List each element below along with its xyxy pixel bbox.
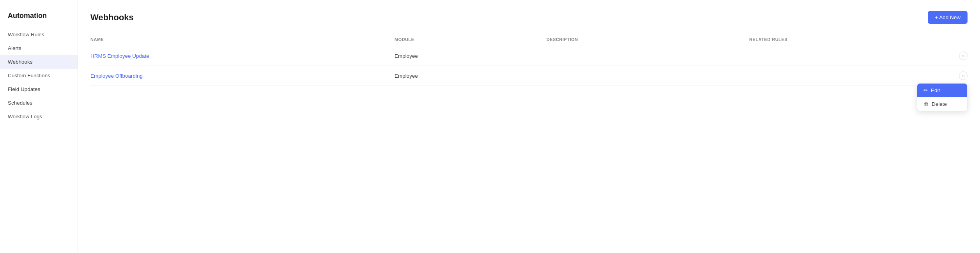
sidebar-item-field-updates[interactable]: Field Updates [0, 82, 78, 96]
sidebar-item-alerts[interactable]: Alerts [0, 41, 78, 55]
table-row: HRMS Employee Update Employee ○ [90, 46, 968, 66]
row-1-options: ○ [952, 52, 968, 60]
trash-icon: 🗑 [923, 101, 929, 107]
row-2-module: Employee [394, 73, 547, 79]
row-2-options: ○ [952, 71, 968, 80]
sidebar-item-workflow-logs[interactable]: Workflow Logs [0, 110, 78, 123]
webhooks-table: NAME MODULE DESCRIPTION RELATED RULES HR… [90, 33, 968, 86]
delete-label: Delete [932, 101, 947, 107]
sidebar: Automation Workflow Rules Alerts Webhook… [0, 0, 78, 253]
sidebar-item-webhooks[interactable]: Webhooks [0, 55, 78, 69]
row-2-name[interactable]: Employee Offboarding [90, 73, 394, 79]
context-menu-delete[interactable]: 🗑 Delete [917, 97, 967, 111]
sidebar-item-schedules[interactable]: Schedules [0, 96, 78, 110]
main-content: Webhooks + Add New NAME MODULE DESCRIPTI… [78, 0, 980, 253]
sidebar-item-workflow-rules[interactable]: Workflow Rules [0, 28, 78, 41]
add-new-button[interactable]: + Add New [928, 11, 968, 24]
row-2-options-button[interactable]: ○ [959, 71, 968, 80]
sidebar-item-custom-functions[interactable]: Custom Functions [0, 69, 78, 82]
table-row: Employee Offboarding Employee ○ ✏ Edit 🗑… [90, 66, 968, 86]
row-1-options-button[interactable]: ○ [959, 52, 968, 60]
row-1-name[interactable]: HRMS Employee Update [90, 53, 394, 59]
column-description: DESCRIPTION [547, 37, 749, 42]
context-menu-edit[interactable]: ✏ Edit [917, 84, 967, 97]
page-title: Webhooks [90, 12, 134, 23]
row-1-module: Employee [394, 53, 547, 59]
context-menu: ✏ Edit 🗑 Delete [917, 83, 968, 111]
column-related-rules: RELATED RULES [749, 37, 952, 42]
edit-icon: ✏ [923, 87, 928, 93]
sidebar-title: Automation [0, 8, 78, 28]
page-header: Webhooks + Add New [90, 11, 968, 24]
column-module: MODULE [394, 37, 547, 42]
edit-label: Edit [931, 87, 940, 93]
column-actions [952, 37, 968, 42]
table-header: NAME MODULE DESCRIPTION RELATED RULES [90, 33, 968, 46]
column-name: NAME [90, 37, 394, 42]
